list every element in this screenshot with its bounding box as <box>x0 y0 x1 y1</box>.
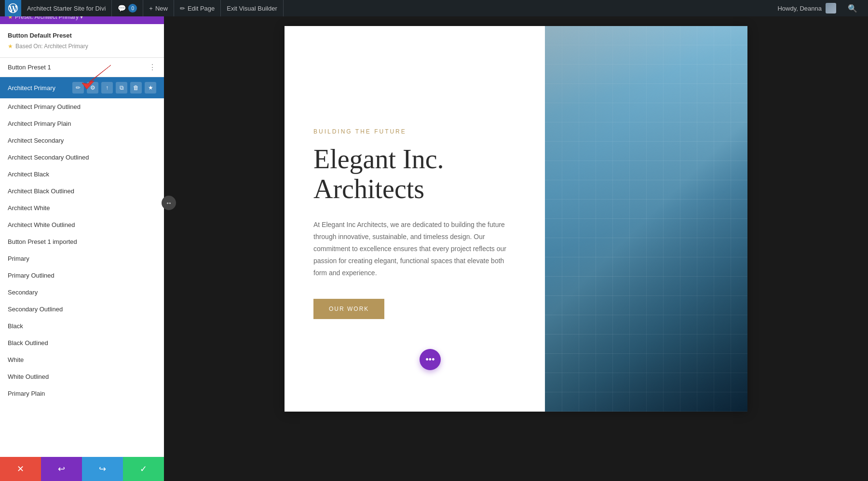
wordpress-icon[interactable] <box>5 0 21 16</box>
building-overlay <box>545 26 747 412</box>
admin-bar: Architect Starter Site for Divi 💬 0 + Ne… <box>0 0 868 16</box>
bottom-toolbar: ✕ ↩ ↪ ✓ <box>0 457 164 481</box>
floating-action-button[interactable]: ••• <box>420 349 441 370</box>
site-name-link[interactable]: Architect Starter Site for Divi <box>21 0 112 16</box>
page-description: At Elegant Inc Architects, we are dedica… <box>313 219 506 280</box>
page-area: BUILDING THE FUTURE Elegant Inc. Archite… <box>164 16 868 481</box>
admin-bar-right: Howdy, Deanna 🔍 <box>772 0 863 16</box>
based-on-star-icon: ★ <box>8 43 13 50</box>
preset-list: Architect Primary ✏ ⚙ ↑ ⧉ 🗑 ★ Architect … <box>0 77 164 402</box>
default-preset-title: Button Default Preset <box>8 32 156 39</box>
comments-link[interactable]: 💬 0 <box>112 0 143 16</box>
preset-item-architect-black[interactable]: Architect Black <box>0 166 164 183</box>
new-content-link[interactable]: + New <box>143 0 174 16</box>
panel-content: Button Default Preset ★ Based On: Archit… <box>0 24 164 481</box>
preset-item-architect-black-outlined[interactable]: Architect Black Outlined <box>0 183 164 200</box>
undo-button[interactable]: ↩ <box>41 457 82 481</box>
preset-item-primary-plain[interactable]: Primary Plain <box>0 385 164 402</box>
preset-item-architect-primary-outlined[interactable]: Architect Primary Outlined <box>0 98 164 115</box>
redo-button[interactable]: ↪ <box>82 457 123 481</box>
comment-count: 0 <box>128 4 137 13</box>
preset-item-architect-white-outlined[interactable]: Architect White Outlined <box>0 216 164 233</box>
preset-item-architect-white[interactable]: Architect White <box>0 200 164 216</box>
preset-delete-icon[interactable]: 🗑 <box>130 82 142 94</box>
preset-1-more-icon[interactable]: ⋮ <box>149 63 156 72</box>
page-title: Elegant Inc. Architects <box>313 145 516 204</box>
preset-item-secondary-outlined[interactable]: Secondary Outlined <box>0 301 164 318</box>
page-right-image <box>545 26 747 412</box>
save-button[interactable]: ✓ <box>123 457 164 481</box>
based-on-label: ★ Based On: Architect Primary <box>8 43 156 50</box>
page-subtitle: BUILDING THE FUTURE <box>313 128 516 135</box>
arrow-annotation <box>77 63 116 92</box>
preset-item-primary[interactable]: Primary <box>0 250 164 267</box>
exit-visual-builder-link[interactable]: Exit Visual Builder <box>221 0 284 16</box>
cta-button[interactable]: OUR WORK <box>313 299 384 319</box>
preset-item-primary-outlined[interactable]: Primary Outlined <box>0 267 164 284</box>
preset-item-secondary[interactable]: Secondary <box>0 284 164 301</box>
resize-handle[interactable]: ↔ <box>162 196 176 210</box>
preset-item-architect-secondary[interactable]: Architect Secondary <box>0 132 164 149</box>
page-left-content: BUILDING THE FUTURE Elegant Inc. Archite… <box>285 26 545 412</box>
user-avatar <box>826 3 836 13</box>
preset-copy-icon[interactable]: ⧉ <box>116 82 127 94</box>
preset-item-architect-secondary-outlined[interactable]: Architect Secondary Outlined <box>0 149 164 166</box>
preset-item-black-outlined[interactable]: Black Outlined <box>0 334 164 351</box>
preset-item-architect-primary-plain[interactable]: Architect Primary Plain <box>0 115 164 132</box>
admin-bar-left: Architect Starter Site for Divi 💬 0 + Ne… <box>5 0 284 16</box>
preset-item-button-preset-1-imported[interactable]: Button Preset 1 imported <box>0 233 164 250</box>
admin-search-icon[interactable]: 🔍 <box>842 0 863 16</box>
edit-page-link[interactable]: ✏ Edit Page <box>174 0 221 16</box>
preset-star-action-icon[interactable]: ★ <box>145 82 156 94</box>
preset-item-black[interactable]: Black <box>0 318 164 334</box>
user-info[interactable]: Howdy, Deanna <box>772 0 842 16</box>
close-button[interactable]: ✕ <box>0 457 41 481</box>
page-canvas: BUILDING THE FUTURE Elegant Inc. Archite… <box>285 26 747 412</box>
preset-item-white[interactable]: White <box>0 351 164 368</box>
preset-item-white-outlined[interactable]: White Outlined <box>0 368 164 385</box>
default-preset-section: Button Default Preset ★ Based On: Archit… <box>0 24 164 58</box>
